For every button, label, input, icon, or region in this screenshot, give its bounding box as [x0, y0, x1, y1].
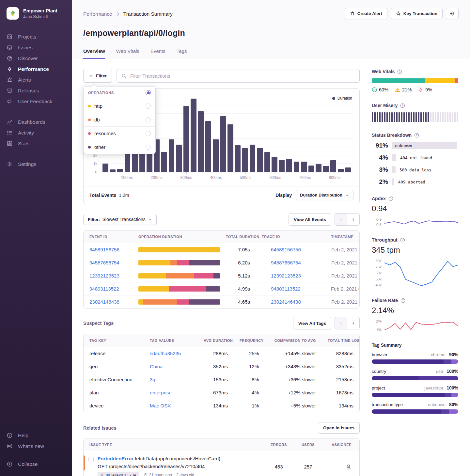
- tab-web-vitals[interactable]: Web Vitals: [116, 48, 139, 59]
- create-alert-button[interactable]: Create Alert: [345, 8, 387, 19]
- sidebar-item-performance[interactable]: Performance: [0, 64, 72, 74]
- histogram-bar[interactable]: [205, 121, 211, 172]
- histogram-bar[interactable]: [125, 152, 131, 172]
- event-row[interactable]: 64589156756 7.05s 64589156756 Feb 2, 202…: [84, 243, 359, 256]
- sidebar-item-what-s-new[interactable]: What's new: [0, 441, 72, 452]
- tag-value-link[interactable]: 3g: [150, 377, 155, 382]
- tag-value-link[interactable]: China: [150, 364, 163, 369]
- issue-checkbox[interactable]: [88, 457, 94, 462]
- operation-option-other[interactable]: other: [84, 140, 155, 154]
- trace-id-link[interactable]: 64589156756: [271, 247, 301, 252]
- operation-option-http[interactable]: http: [84, 99, 155, 113]
- sidebar-item-activity[interactable]: Activity: [0, 127, 72, 138]
- open-in-issues-button[interactable]: Open in Issues: [318, 422, 360, 434]
- histogram-bar[interactable]: [323, 166, 329, 172]
- histogram-bar[interactable]: [198, 111, 204, 172]
- suspect-tag-row[interactable]: release sdaufhu35235 288ms 25% +145% slo…: [84, 347, 359, 360]
- histogram-bar[interactable]: [264, 152, 270, 172]
- histogram-bar[interactable]: [345, 167, 351, 172]
- event-id-link[interactable]: 94803113522: [89, 286, 119, 292]
- histogram-bar[interactable]: [330, 160, 336, 172]
- display-select[interactable]: Duration Distribution: [296, 190, 353, 200]
- operations-all-radio[interactable]: [146, 90, 151, 95]
- operations-dropdown-header[interactable]: OPERATIONS: [84, 87, 155, 99]
- histogram-bar[interactable]: [183, 106, 189, 172]
- histogram-bar[interactable]: [316, 164, 321, 172]
- histogram-bar[interactable]: [279, 160, 285, 172]
- event-id-link[interactable]: 94587656754: [89, 260, 119, 265]
- trace-id-link[interactable]: 94587656754: [271, 260, 301, 265]
- event-row[interactable]: 23024146438 4.65s 23024146438 Feb 2, 202…: [84, 295, 359, 308]
- operation-option-resources[interactable]: resources: [84, 126, 155, 140]
- tab-events[interactable]: Events: [150, 48, 165, 59]
- suspect-tag-row[interactable]: plan enterprise 673ms 4% +12% slower 167…: [84, 386, 359, 399]
- issue-row[interactable]: ForbiddenError fetchData(app/components/…: [84, 451, 359, 476]
- tags-prev-page-button[interactable]: [335, 317, 347, 329]
- event-row[interactable]: 94803113522 4.99s 94803113522 Feb 2, 202…: [84, 282, 359, 295]
- tags-next-page-button[interactable]: [347, 317, 360, 329]
- suspect-tag-row[interactable]: device Mac OSX 134ms 1% +5% slower 134ms: [84, 399, 359, 412]
- operation-radio[interactable]: [146, 103, 151, 109]
- histogram-bar[interactable]: [161, 152, 167, 172]
- histogram-bar[interactable]: [117, 169, 123, 172]
- histogram-bar[interactable]: [257, 148, 263, 172]
- histogram-bar[interactable]: [110, 169, 116, 172]
- sidebar-item-collapse[interactable]: Collapse: [0, 459, 72, 469]
- trace-id-link[interactable]: 94803113522: [271, 286, 301, 292]
- histogram-bar[interactable]: [294, 162, 300, 172]
- events-next-page-button[interactable]: [347, 213, 360, 226]
- histogram-bar[interactable]: [191, 99, 196, 172]
- sidebar-item-projects[interactable]: Projects: [0, 31, 72, 42]
- events-filter-select[interactable]: Filter: Slowest Transactions: [83, 214, 157, 225]
- issue-type-link[interactable]: ForbiddenError: [98, 456, 133, 461]
- event-id-link[interactable]: 64589156756: [89, 247, 119, 252]
- sidebar-item-alerts[interactable]: Alerts: [0, 74, 72, 85]
- sidebar-item-stats[interactable]: Stats: [0, 138, 72, 149]
- histogram-bar[interactable]: [102, 164, 108, 172]
- suspect-tag-row[interactable]: geo China 352ms 12% +343% slower 3352ms: [84, 360, 359, 373]
- search-input[interactable]: [130, 73, 355, 79]
- issue-project-badge[interactable]: BOTANAVOICE-34: [98, 472, 139, 476]
- sidebar-item-user-feedback[interactable]: User Feedback: [0, 96, 72, 107]
- histogram-bar[interactable]: [235, 145, 241, 172]
- event-row[interactable]: 12392123523 5.12s 12392123523 Feb 2, 202…: [84, 269, 359, 282]
- sidebar-item-discover[interactable]: Discover: [0, 53, 72, 64]
- tag-value-link[interactable]: Mac OSX: [150, 403, 171, 408]
- org-switcher[interactable]: Empower Plant Jane Schmidt: [0, 7, 72, 20]
- tag-value-link[interactable]: enterprise: [150, 390, 172, 395]
- view-all-events-button[interactable]: View All Events: [289, 213, 331, 226]
- operation-radio[interactable]: [146, 145, 151, 150]
- event-row[interactable]: 94587656754 6.20s 94587656754 Feb 2, 202…: [84, 256, 359, 269]
- trace-id-link[interactable]: 12392123523: [271, 273, 301, 278]
- histogram-bar[interactable]: [272, 157, 277, 172]
- histogram-bar[interactable]: [169, 139, 175, 172]
- sidebar-item-issues[interactable]: Issues: [0, 42, 72, 53]
- operation-radio[interactable]: [146, 131, 151, 136]
- tab-tags[interactable]: Tags: [177, 48, 187, 59]
- histogram-bar[interactable]: [176, 145, 182, 172]
- events-prev-page-button[interactable]: [335, 213, 347, 226]
- histogram-bar[interactable]: [301, 162, 307, 172]
- sidebar-item-dashboards[interactable]: Dashboards: [0, 117, 72, 127]
- histogram-bar[interactable]: [213, 139, 219, 172]
- histogram-bar[interactable]: [308, 166, 314, 172]
- histogram-bar[interactable]: [338, 169, 344, 172]
- breadcrumb-performance[interactable]: Performance: [83, 11, 112, 17]
- sidebar-item-help[interactable]: ?Help: [0, 430, 72, 441]
- histogram-bar[interactable]: [250, 145, 256, 172]
- operation-radio[interactable]: [146, 117, 151, 122]
- sidebar-item-settings[interactable]: Settings: [0, 159, 72, 169]
- trace-id-link[interactable]: 23024146438: [271, 299, 301, 305]
- histogram-bar[interactable]: [227, 124, 233, 172]
- histogram-bar[interactable]: [242, 148, 248, 172]
- key-transaction-button[interactable]: Key Transaction: [391, 8, 443, 19]
- histogram-bar[interactable]: [220, 116, 226, 172]
- view-all-tags-button[interactable]: View All Tags: [293, 317, 331, 329]
- filter-button[interactable]: Filter: [83, 69, 112, 83]
- event-id-link[interactable]: 12392123523: [89, 273, 119, 278]
- tab-overview[interactable]: Overview: [83, 48, 105, 59]
- settings-button[interactable]: [446, 8, 459, 19]
- suspect-tag-row[interactable]: effectiveConnection 3g 153ms 8% +36% slo…: [84, 373, 359, 386]
- tag-value-link[interactable]: sdaufhu35235: [150, 351, 181, 356]
- event-id-link[interactable]: 23024146438: [89, 299, 119, 305]
